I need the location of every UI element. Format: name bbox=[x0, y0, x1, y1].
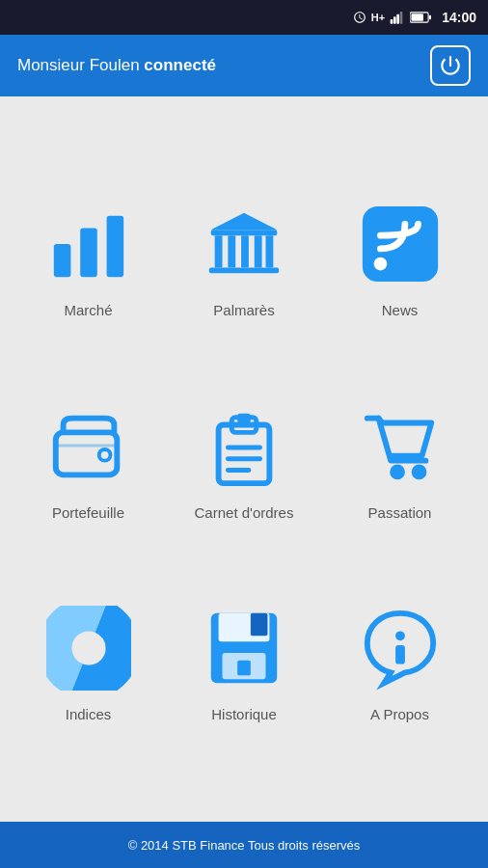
menu-item-portefeuille[interactable]: Portefeuille bbox=[21, 398, 156, 521]
menu-item-palmares[interactable]: Palmarès bbox=[176, 196, 312, 318]
menu-item-apropos[interactable]: A Propos bbox=[333, 600, 468, 722]
status-time: 14:00 bbox=[442, 10, 476, 25]
svg-point-30 bbox=[411, 464, 426, 479]
svg-rect-9 bbox=[106, 215, 123, 277]
menu-item-historique[interactable]: Historique bbox=[176, 600, 312, 722]
svg-rect-8 bbox=[80, 228, 97, 277]
svg-rect-38 bbox=[251, 613, 268, 636]
svg-rect-15 bbox=[265, 235, 273, 267]
svg-rect-25 bbox=[237, 413, 251, 422]
apropos-label: A Propos bbox=[370, 706, 429, 722]
svg-rect-12 bbox=[228, 235, 235, 267]
carnet-label: Carnet d'ordres bbox=[195, 504, 294, 521]
svg-rect-14 bbox=[255, 235, 262, 267]
header-title: Monsieur Foulen connecté bbox=[17, 56, 216, 75]
svg-rect-40 bbox=[395, 645, 405, 665]
menu-row-1: Marché Palmarès bbox=[0, 196, 488, 318]
menu-item-news[interactable]: News bbox=[333, 196, 468, 318]
menu-item-passation[interactable]: Passation bbox=[333, 398, 468, 521]
svg-marker-17 bbox=[211, 212, 277, 230]
svg-rect-3 bbox=[400, 12, 403, 24]
passation-icon bbox=[352, 398, 448, 495]
svg-rect-13 bbox=[241, 235, 249, 267]
marche-icon bbox=[41, 196, 137, 292]
svg-rect-11 bbox=[215, 235, 223, 267]
svg-rect-2 bbox=[397, 14, 400, 24]
indices-label: Indices bbox=[66, 706, 112, 722]
svg-rect-10 bbox=[211, 230, 277, 235]
svg-rect-5 bbox=[429, 15, 431, 19]
marche-label: Marché bbox=[64, 302, 112, 318]
menu-item-indices[interactable]: Indices bbox=[21, 600, 156, 722]
news-label: News bbox=[382, 302, 419, 318]
svg-point-33 bbox=[73, 634, 103, 664]
status-icons: H+ 14:00 bbox=[353, 10, 476, 25]
palmares-icon bbox=[196, 196, 292, 292]
svg-rect-6 bbox=[412, 14, 423, 20]
svg-rect-16 bbox=[209, 267, 279, 273]
svg-rect-37 bbox=[237, 661, 251, 676]
app-header: Monsieur Foulen connecté bbox=[0, 35, 488, 96]
apropos-icon bbox=[352, 600, 448, 696]
palmares-label: Palmarès bbox=[213, 302, 274, 318]
menu-item-marche[interactable]: Marché bbox=[21, 196, 156, 318]
svg-point-29 bbox=[390, 464, 405, 479]
main-content: Marché Palmarès bbox=[0, 96, 488, 822]
svg-rect-1 bbox=[393, 16, 396, 23]
carnet-icon bbox=[196, 398, 292, 495]
news-icon bbox=[352, 196, 448, 292]
indices-icon bbox=[41, 600, 137, 696]
status-bar: H+ 14:00 bbox=[0, 0, 488, 35]
svg-point-22 bbox=[100, 450, 108, 458]
menu-row-2: Portefeuille Carnet d'ordres bbox=[0, 398, 488, 521]
historique-icon bbox=[196, 600, 292, 696]
portefeuille-label: Portefeuille bbox=[52, 504, 124, 521]
svg-point-19 bbox=[373, 257, 387, 270]
menu-item-carnet[interactable]: Carnet d'ordres bbox=[176, 398, 312, 521]
svg-rect-7 bbox=[53, 244, 70, 277]
portefeuille-icon bbox=[41, 398, 137, 495]
svg-rect-0 bbox=[391, 19, 393, 24]
menu-row-3: Indices Historique bbox=[0, 600, 488, 722]
historique-label: Historique bbox=[211, 706, 277, 722]
svg-point-39 bbox=[395, 632, 405, 641]
footer-text: © 2014 STB Finance Tous droits réservés bbox=[128, 838, 361, 853]
passation-label: Passation bbox=[368, 504, 432, 521]
app-footer: © 2014 STB Finance Tous droits réservés bbox=[0, 822, 488, 868]
power-button[interactable] bbox=[430, 45, 471, 86]
